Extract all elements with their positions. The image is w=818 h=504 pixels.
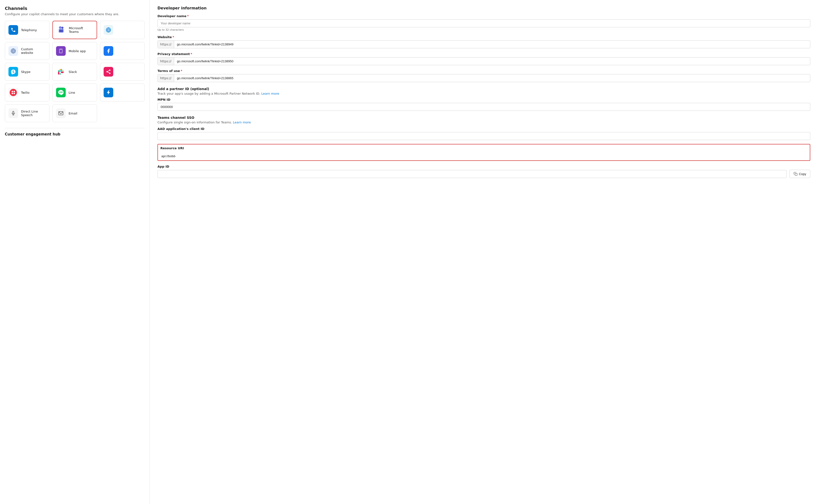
svg-rect-12 <box>62 71 64 72</box>
website-input[interactable] <box>174 41 810 48</box>
svg-point-1 <box>59 26 62 29</box>
telephony-icon <box>8 25 18 35</box>
svg-point-18 <box>109 73 111 74</box>
channel-partial-4[interactable] <box>100 84 145 101</box>
svg-point-17 <box>107 71 108 72</box>
app-id-input[interactable] <box>157 170 787 178</box>
app-id-group: App ID Copy <box>157 165 810 178</box>
svg-point-25 <box>14 93 15 94</box>
partner-section: Add a partner ID (optional) Track your a… <box>157 87 810 111</box>
channel-custom-website[interactable]: Custom website <box>5 42 50 60</box>
aad-client-id-input[interactable] <box>157 132 810 140</box>
website-group: Website * https:// <box>157 35 810 48</box>
mpn-input[interactable] <box>157 103 810 111</box>
channel-slack[interactable]: Slack <box>52 63 97 81</box>
mobile-icon <box>56 46 66 56</box>
teams-label: Microsoft Teams <box>69 26 93 34</box>
channel-speech[interactable]: Direct LineSpeech <box>5 104 50 122</box>
website-label: Website * <box>157 35 810 39</box>
developer-info-heading: Developer information <box>157 6 810 10</box>
right-panel: Developer information Developer name * U… <box>150 0 818 504</box>
svg-point-16 <box>109 70 111 71</box>
copy-button[interactable]: Copy <box>790 170 810 178</box>
customer-hub: Customer engagement hub <box>5 128 145 136</box>
sso-learn-more-link[interactable]: Learn more <box>233 121 251 124</box>
customer-hub-title: Customer engagement hub <box>5 132 145 136</box>
channel-partial-1[interactable] <box>100 21 145 39</box>
privacy-prefix: https:// <box>158 57 174 65</box>
copy-label: Copy <box>799 172 806 176</box>
speech-label: Direct LineSpeech <box>21 110 38 117</box>
mobile-label: Mobile app <box>69 49 86 53</box>
copy-icon <box>794 172 797 176</box>
channel-teams[interactable]: Microsoft Teams <box>52 21 97 39</box>
channels-grid: Telephony Microsoft Teams <box>5 21 145 122</box>
telephony-label: Telephony <box>21 28 37 32</box>
svg-point-24 <box>12 93 13 94</box>
partner-learn-more-link[interactable]: Learn more <box>261 92 279 95</box>
channels-subtitle: Configure your copilot channels to meet … <box>5 12 145 16</box>
channel-twilio[interactable]: Twilio <box>5 84 50 101</box>
twilio-icon <box>8 88 18 97</box>
terms-prefix: https:// <box>158 74 174 82</box>
app-id-label: App ID <box>157 165 810 168</box>
developer-name-input[interactable] <box>157 19 810 27</box>
svg-point-0 <box>61 27 64 29</box>
channel-mobile[interactable]: Mobile app <box>52 42 97 60</box>
custom-website-label: Custom website <box>21 47 46 55</box>
svg-rect-10 <box>61 69 62 72</box>
sso-title: Teams channel SSO <box>157 116 810 120</box>
terms-label: Terms of use * <box>157 69 810 73</box>
privacy-input-wrapper: https:// <box>157 57 810 65</box>
aad-client-id-group: AAD application's client ID <box>157 127 810 140</box>
channel-partial-3[interactable] <box>100 63 145 81</box>
svg-rect-13 <box>60 73 61 74</box>
terms-input-wrapper: https:// <box>157 74 810 82</box>
svg-point-22 <box>12 91 13 92</box>
line-icon <box>56 88 66 97</box>
slack-label: Slack <box>69 70 77 74</box>
line-label: Line <box>69 91 75 94</box>
channel-line[interactable]: Line <box>52 84 97 101</box>
email-icon <box>56 108 66 118</box>
channels-heading: Channels <box>5 6 145 11</box>
channel-email[interactable]: Email <box>52 104 97 122</box>
email-label: Email <box>69 112 77 115</box>
sso-desc: Configure single sign-on information for… <box>157 121 810 124</box>
svg-rect-9 <box>61 72 64 73</box>
channel-telephony[interactable]: Telephony <box>5 21 50 39</box>
svg-point-7 <box>61 52 61 52</box>
sso-section: Teams channel SSO Configure single sign-… <box>157 116 810 178</box>
partner-title: Add a partner ID (optional) <box>157 87 810 91</box>
speech-icon <box>8 108 18 118</box>
fb-icon <box>104 46 113 56</box>
left-panel: Channels Configure your copilot channels… <box>0 0 150 504</box>
svg-rect-30 <box>795 173 797 176</box>
terms-group: Terms of use * https:// <box>157 69 810 82</box>
partner-desc: Track your app's usage by adding a Micro… <box>157 92 810 95</box>
svg-line-20 <box>108 71 109 71</box>
website-input-wrapper: https:// <box>157 40 810 48</box>
required-marker: * <box>187 14 189 18</box>
developer-name-group: Developer name * Up to 32 characters <box>157 14 810 31</box>
svg-rect-15 <box>58 71 59 72</box>
developer-name-hint: Up to 32 characters <box>157 28 810 31</box>
svg-rect-3 <box>59 30 62 32</box>
channel-partial-2[interactable] <box>100 42 145 60</box>
privacy-input[interactable] <box>174 57 810 65</box>
resource-uri-label: Resource URI <box>158 145 809 151</box>
teams-icon <box>56 25 66 35</box>
svg-point-21 <box>10 89 17 96</box>
channel-skype[interactable]: Skype <box>5 63 50 81</box>
resource-uri-input[interactable] <box>158 152 809 160</box>
website-prefix: https:// <box>158 41 174 48</box>
mpn-label: MPN ID <box>157 98 810 101</box>
svg-line-19 <box>108 72 109 73</box>
terms-input[interactable] <box>174 74 810 82</box>
partial-1-icon <box>104 25 113 35</box>
share-icon <box>104 67 113 77</box>
slack-icon <box>56 67 66 77</box>
twilio-label: Twilio <box>21 91 29 94</box>
azure-icon <box>104 88 113 97</box>
resource-uri-group: Resource URI <box>157 144 810 161</box>
